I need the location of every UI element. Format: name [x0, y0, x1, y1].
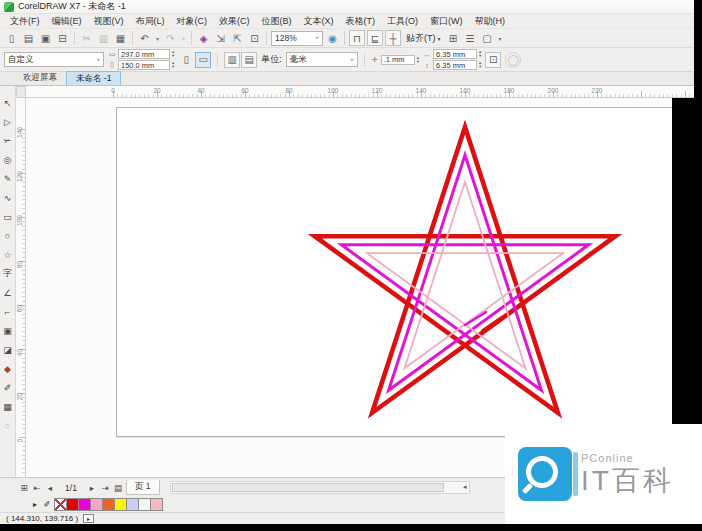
palette-flyout-icon[interactable]: ▸ [30, 500, 40, 509]
drop-shadow-tool[interactable]: ▣ [1, 322, 15, 339]
page-1-tab[interactable]: 页 1 [126, 480, 160, 495]
show-grid-icon[interactable]: ┼ [385, 30, 401, 46]
stepper[interactable]: ▴▾ [417, 56, 419, 64]
zoom-tool[interactable]: ◎ [1, 151, 15, 168]
portrait-button[interactable]: ▯ [178, 52, 194, 68]
drawing-canvas[interactable] [26, 98, 672, 477]
all-pages-button[interactable]: ▥ [224, 52, 240, 68]
ellipse-tool[interactable]: ○ [1, 227, 15, 244]
status-flyout-icon[interactable]: ▸ [83, 514, 94, 523]
align-icon[interactable]: ☰ [463, 30, 478, 46]
outline-pen-tool[interactable]: ○ [1, 417, 15, 434]
menu-effects[interactable]: 效果(C) [213, 14, 256, 28]
separator[interactable] [132, 31, 133, 45]
horizontal-ruler[interactable]: 020406080100120140160180200220 [26, 86, 694, 98]
menu-window[interactable]: 窗口(W) [424, 14, 469, 28]
zoom-level-select[interactable]: 128% ˅ [271, 31, 323, 46]
stepper[interactable]: ▴▾ [172, 61, 174, 69]
menu-layout[interactable]: 布局(L) [130, 14, 171, 28]
ruler-origin-button[interactable] [16, 86, 26, 98]
crop-tool[interactable]: ✃ [1, 132, 15, 149]
size-field[interactable]: 150.0 mm [118, 60, 170, 70]
menu-text[interactable]: 文本(X) [298, 14, 340, 28]
scrollbar-thumb[interactable] [172, 483, 444, 492]
print-icon[interactable]: ⊟ [55, 30, 70, 46]
tab-welcome-screen[interactable]: 欢迎屏幕 [14, 71, 66, 85]
shape-tool[interactable]: ▷ [1, 113, 15, 130]
next-page-icon[interactable]: ▸ [86, 481, 98, 495]
last-page-icon[interactable]: ⇥ [99, 481, 111, 495]
interactive-fill-tool[interactable]: ▦ [1, 398, 15, 415]
redo-caret-icon[interactable]: ▾ [180, 30, 187, 46]
paste-icon[interactable]: ▦ [113, 30, 128, 46]
palette-eyedropper-icon[interactable]: ✐ [42, 500, 52, 509]
menu-edit[interactable]: 编辑(E) [46, 14, 88, 28]
menu-help[interactable]: 帮助(H) [469, 14, 512, 28]
open-icon[interactable]: ▤ [21, 30, 36, 46]
page-sorter-icon[interactable]: ▤ [112, 481, 124, 495]
prev-page-icon[interactable]: ◂ [44, 481, 56, 495]
smart-drawing-tool[interactable]: ∿ [1, 189, 15, 206]
connector-tool[interactable]: ⌐ [1, 303, 15, 320]
fill-tool[interactable]: ◆ [1, 360, 15, 377]
first-page-icon[interactable]: ⇤ [31, 481, 43, 495]
menu-table[interactable]: 表格(T) [340, 14, 382, 28]
cut-icon[interactable]: ✂ [79, 30, 94, 46]
export-icon[interactable]: ⇱ [230, 30, 245, 46]
swatch-rose[interactable] [150, 498, 163, 511]
current-page-button[interactable]: ▤ [241, 52, 257, 68]
eyedropper-tool[interactable]: ✐ [1, 379, 15, 396]
page-preset-select[interactable]: 自定义 ˅ [4, 52, 104, 67]
stepper[interactable]: ▴▾ [172, 50, 174, 58]
new-document-icon[interactable]: ▯ [4, 30, 19, 46]
undo-caret-icon[interactable]: ▾ [154, 30, 161, 46]
menu-file[interactable]: 文件(F) [4, 14, 46, 28]
outline-position-button[interactable]: ◯ [505, 52, 521, 68]
import-icon[interactable]: ⇲ [213, 30, 228, 46]
transparency-tool[interactable]: ◪ [1, 341, 15, 358]
rectangle-tool[interactable]: ▭ [1, 208, 15, 225]
menu-object[interactable]: 对象(C) [171, 14, 214, 28]
menu-view[interactable]: 视图(V) [88, 14, 130, 28]
dockers-icon[interactable]: ▢ [480, 30, 495, 46]
horizontal-scrollbar[interactable]: ◂ [170, 481, 470, 494]
star-drawing[interactable] [26, 98, 672, 477]
pick-tool[interactable]: ↖ [1, 94, 15, 111]
star-outline[interactable] [341, 155, 588, 390]
vertical-ruler[interactable]: 140120100806040200 [16, 98, 26, 477]
stepper[interactable]: ▴▾ [479, 61, 481, 69]
dockers-caret-icon[interactable]: ▾ [497, 30, 504, 46]
nudge-field[interactable]: .1 mm [381, 55, 415, 65]
publish-pdf-icon[interactable]: ⊡ [247, 30, 262, 46]
separator[interactable] [191, 31, 192, 45]
add-page-icon[interactable]: ⊞ [18, 481, 30, 495]
font-manager-icon[interactable]: ◈ [196, 30, 211, 46]
size-field[interactable]: 297.0 mm [118, 49, 170, 59]
menu-tools[interactable]: 工具(O) [381, 14, 424, 28]
full-screen-preview-icon[interactable]: ⊓ [349, 30, 365, 46]
options-icon[interactable]: ⊞ [446, 30, 461, 46]
show-rulers-icon[interactable]: ⊑ [367, 30, 383, 46]
freehand-tool[interactable]: ✎ [1, 170, 15, 187]
treat-as-filled-button[interactable]: ⊡ [485, 52, 501, 68]
stepper[interactable]: ▴▾ [479, 50, 481, 58]
copy-icon[interactable]: ▥ [96, 30, 111, 46]
units-select[interactable]: 毫米 ˅ [286, 52, 358, 67]
text-tool[interactable]: 字 [1, 265, 15, 282]
dimension-tool[interactable]: ∠ [1, 284, 15, 301]
save-icon[interactable]: ▣ [38, 30, 53, 46]
separator[interactable] [344, 31, 345, 45]
snap-to-dropdown[interactable]: 贴齐(T) ▾ [403, 32, 444, 45]
duplicate-field[interactable]: 6.35 mm [433, 49, 477, 59]
menu-bitmaps[interactable]: 位图(B) [256, 14, 298, 28]
star-outline[interactable] [315, 127, 616, 413]
scroll-left-icon[interactable]: ◂ [463, 483, 467, 491]
redo-icon[interactable]: ↷ [163, 30, 178, 46]
polygon-tool[interactable]: ☆ [1, 246, 15, 263]
duplicate-field[interactable]: 6.35 mm [433, 60, 477, 70]
undo-icon[interactable]: ↶ [137, 30, 152, 46]
landscape-button[interactable]: ▭ [195, 52, 211, 68]
separator[interactable] [74, 31, 75, 45]
tab-untitled-1[interactable]: 未命名 -1 [66, 71, 121, 85]
application-launcher-icon[interactable]: ◉ [325, 30, 340, 46]
